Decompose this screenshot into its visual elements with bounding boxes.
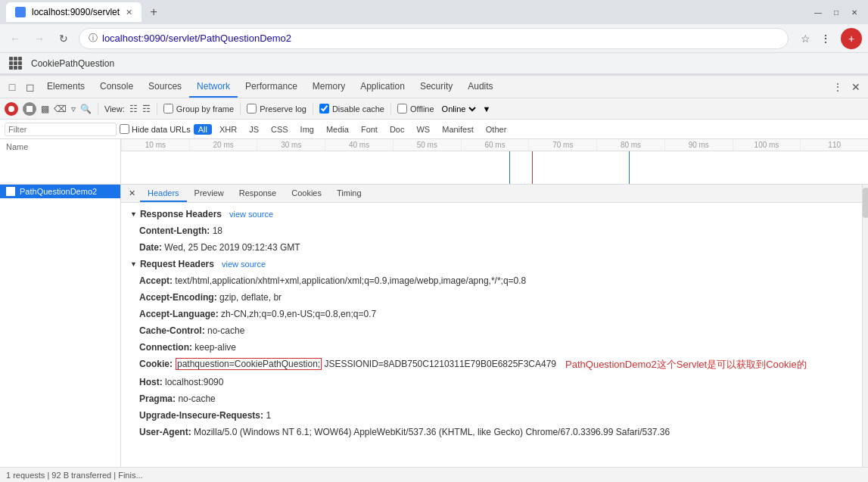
timeline-graph: 10 ms 20 ms 30 ms 40 ms 50 ms 60 ms 70 m… bbox=[121, 139, 868, 184]
refresh-button[interactable]: ↻ bbox=[54, 30, 73, 48]
hide-data-urls-checkbox[interactable] bbox=[120, 124, 129, 134]
details-tab-cookies[interactable]: Cookies bbox=[284, 185, 329, 202]
close-button[interactable]: ✕ bbox=[847, 5, 862, 20]
filter-bar: Hide data URLs All XHR JS CSS Img Media … bbox=[0, 120, 868, 139]
devtools-close-button[interactable]: ✕ bbox=[847, 78, 865, 96]
offline-checkbox[interactable] bbox=[397, 104, 407, 114]
tab-application[interactable]: Application bbox=[353, 76, 412, 98]
header-accept-language: Accept-Language: zh-CN,zh;q=0.9,en-US;q=… bbox=[121, 306, 862, 322]
throttle-down-icon[interactable]: ▼ bbox=[483, 104, 491, 114]
page-label: CookiePathQuestion bbox=[31, 58, 114, 69]
window-controls: — □ ✕ bbox=[810, 5, 862, 20]
filter-chip-js[interactable]: JS bbox=[244, 124, 263, 135]
network-toolbar: ▩ ⌫ ▿ 🔍 View: ☷ ☶ Group by frame Preserv… bbox=[0, 98, 868, 120]
record-button[interactable] bbox=[5, 102, 18, 116]
tab-security[interactable]: Security bbox=[412, 76, 460, 98]
header-accept: Accept: text/html,application/xhtml+xml,… bbox=[121, 272, 862, 289]
tab-close-btn[interactable]: ✕ bbox=[126, 8, 132, 17]
bookmark-star-button[interactable]: ☆ bbox=[801, 33, 810, 45]
filter-input[interactable] bbox=[5, 123, 117, 136]
filter-chip-xhr[interactable]: XHR bbox=[215, 124, 241, 135]
tab-performance[interactable]: Performance bbox=[238, 76, 305, 98]
separator5 bbox=[390, 103, 391, 115]
hide-data-urls-label[interactable]: Hide data URLs bbox=[120, 124, 191, 134]
filter-chip-img[interactable]: Img bbox=[296, 124, 319, 135]
tab-audits[interactable]: Audits bbox=[460, 76, 500, 98]
extensions-button[interactable]: ⋮ bbox=[817, 30, 835, 48]
filter-icon[interactable]: ▿ bbox=[71, 104, 76, 114]
url-bar[interactable]: ⓘ localhost:9090/servlet/PathQuestionDem… bbox=[79, 28, 789, 49]
details-content: ▼ Response Headers view source Content-L… bbox=[121, 203, 862, 467]
filter-chip-media[interactable]: Media bbox=[322, 124, 353, 135]
request-file-icon bbox=[6, 187, 15, 196]
details-tab-preview[interactable]: Preview bbox=[187, 185, 232, 202]
timeline-mark-40: 40 ms bbox=[325, 139, 393, 151]
header-host: Host: localhost:9090 bbox=[121, 374, 862, 390]
details-tab-timing[interactable]: Timing bbox=[329, 185, 369, 202]
group-frame-label[interactable]: Group by frame bbox=[163, 104, 234, 114]
separator bbox=[98, 103, 98, 115]
back-button[interactable]: ← bbox=[6, 30, 24, 48]
filter-chip-css[interactable]: CSS bbox=[266, 124, 293, 135]
list-view-icon[interactable]: ☷ bbox=[129, 104, 138, 114]
device-icon-button[interactable]: ◻ bbox=[21, 78, 39, 96]
minimize-button[interactable]: — bbox=[810, 5, 826, 20]
timeline-area: Name 10 ms 20 ms 30 ms 40 ms 50 ms 60 ms… bbox=[0, 139, 868, 185]
filter-chip-all[interactable]: All bbox=[194, 124, 212, 135]
scroll-thumb[interactable] bbox=[863, 188, 868, 218]
main-area: □ ◻ Elements Console Sources Network Per… bbox=[0, 74, 868, 482]
stop-recording-button[interactable] bbox=[23, 102, 36, 116]
devtools-more-button[interactable]: ⋮ bbox=[829, 78, 847, 96]
timeline-content bbox=[121, 151, 868, 184]
disable-cache-label[interactable]: Disable cache bbox=[319, 104, 384, 114]
filter-chip-ws[interactable]: WS bbox=[412, 124, 434, 135]
tab-elements[interactable]: Elements bbox=[39, 76, 92, 98]
maximize-button[interactable]: □ bbox=[829, 5, 844, 20]
title-bar: localhost:9090/servlet ✕ + — □ ✕ bbox=[0, 0, 868, 24]
filter-chip-font[interactable]: Font bbox=[356, 124, 382, 135]
offline-label[interactable]: Offline bbox=[397, 104, 434, 114]
request-headers-section[interactable]: ▼ Request Headers view source bbox=[121, 256, 862, 272]
header-accept-encoding: Accept-Encoding: gzip, deflate, br bbox=[121, 289, 862, 306]
timeline-blue-line bbox=[509, 151, 510, 184]
camera-icon[interactable]: ▩ bbox=[41, 104, 49, 114]
tab-sources[interactable]: Sources bbox=[141, 76, 189, 98]
group-frame-checkbox[interactable] bbox=[163, 104, 173, 114]
forward-button[interactable]: → bbox=[30, 30, 48, 48]
large-view-icon[interactable]: ☶ bbox=[142, 104, 151, 114]
tab-favicon bbox=[15, 7, 26, 17]
timeline-mark-20: 20 ms bbox=[189, 139, 257, 151]
separator2 bbox=[157, 103, 157, 115]
tab-network[interactable]: Network bbox=[189, 76, 238, 98]
filter-chip-doc[interactable]: Doc bbox=[385, 124, 409, 135]
tab-console[interactable]: Console bbox=[92, 76, 141, 98]
details-tab-headers[interactable]: Headers bbox=[140, 185, 187, 202]
preserve-log-checkbox[interactable] bbox=[247, 104, 257, 114]
clear-icon[interactable]: ⌫ bbox=[54, 104, 67, 114]
preserve-log-label[interactable]: Preserve log bbox=[247, 104, 306, 114]
timeline-mark-80: 80 ms bbox=[596, 139, 664, 151]
header-user-agent: User-Agent: Mozilla/5.0 (Windows NT 6.1;… bbox=[121, 424, 862, 440]
timeline-ruler: 10 ms 20 ms 30 ms 40 ms 50 ms 60 ms 70 m… bbox=[121, 139, 868, 151]
tab-memory[interactable]: Memory bbox=[305, 76, 353, 98]
details-tab-response[interactable]: Response bbox=[232, 185, 285, 202]
response-headers-view-source[interactable]: view source bbox=[229, 210, 273, 219]
chrome-menu-button[interactable]: + bbox=[841, 28, 862, 49]
throttle-select[interactable]: Online bbox=[439, 104, 478, 114]
filter-chip-other[interactable]: Other bbox=[481, 124, 512, 135]
request-headers-view-source[interactable]: view source bbox=[222, 260, 266, 269]
request-item[interactable]: PathQuestionDemo2 bbox=[0, 185, 120, 198]
tab-title: localhost:9090/servlet bbox=[32, 7, 120, 17]
browser-tab[interactable]: localhost:9090/servlet ✕ bbox=[6, 2, 142, 22]
apps-icon[interactable] bbox=[9, 57, 22, 70]
header-pragma: Pragma: no-cache bbox=[121, 390, 862, 407]
search-icon[interactable]: 🔍 bbox=[80, 104, 92, 114]
scrollbar[interactable] bbox=[862, 185, 868, 467]
disable-cache-checkbox[interactable] bbox=[319, 104, 329, 114]
new-tab-button[interactable]: + bbox=[145, 3, 163, 21]
inspect-icon-button[interactable]: □ bbox=[3, 78, 21, 96]
filter-chip-manifest[interactable]: Manifest bbox=[437, 124, 478, 135]
address-bar: ← → ↻ ⓘ localhost:9090/servlet/PathQuest… bbox=[0, 24, 868, 53]
close-details-button[interactable]: ✕ bbox=[124, 186, 140, 201]
response-headers-section[interactable]: ▼ Response Headers view source bbox=[121, 206, 862, 222]
